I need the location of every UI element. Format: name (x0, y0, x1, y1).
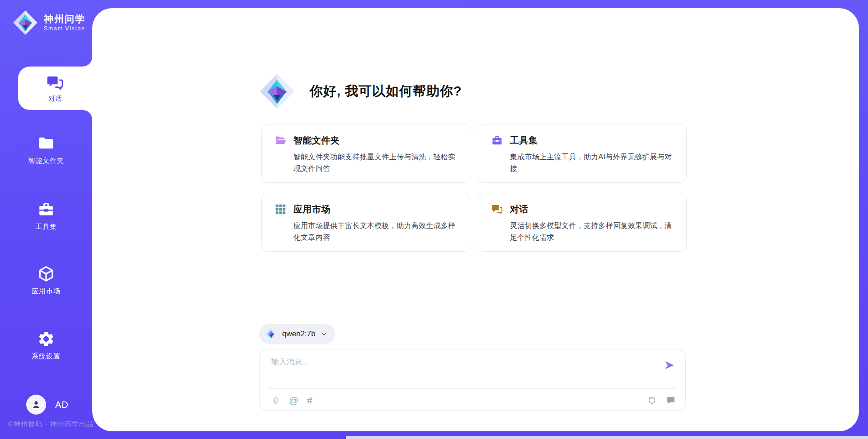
chevron-down-icon (321, 331, 327, 338)
card-description: 灵活切换多模型文件，支持多样回复效果调试，满足个性化需求 (510, 220, 674, 243)
model-name: qwen2:7b (282, 329, 316, 339)
history-icon (647, 396, 657, 405)
person-icon (30, 399, 42, 410)
chat-bubbles-icon (46, 74, 64, 92)
sidebar-item-label: 系统设置 (32, 352, 61, 361)
card-chat[interactable]: 对话 灵活切换多模型文件，支持多样回复效果调试，满足个性化需求 (478, 193, 687, 252)
folder-open-icon (274, 134, 287, 147)
new-chat-button[interactable] (665, 395, 675, 405)
sidebar-item-toolset[interactable]: 工具集 (0, 200, 92, 231)
tab-flare-top (83, 57, 92, 67)
folder-icon (37, 134, 55, 153)
topic-button[interactable]: # (307, 396, 312, 405)
send-icon (664, 359, 675, 371)
history-button[interactable] (647, 395, 657, 405)
composer-toolbar: @ # (270, 393, 675, 407)
sidebar-item-smart-folder[interactable]: 智能文件夹 (0, 134, 92, 165)
greeting-title: 你好, 我可以如何帮助你? (310, 82, 462, 100)
chat-bubbles-icon (491, 203, 503, 215)
waffle-grid-icon (274, 203, 287, 215)
paperclip-icon (271, 396, 280, 405)
model-selector[interactable]: qwen2:7b (259, 324, 335, 344)
sidebar-item-app-market[interactable]: 应用市场 (0, 265, 92, 296)
sidebar-item-label: 对话 (48, 95, 62, 103)
card-title: 对话 (510, 203, 528, 215)
sidebar-item-label: 工具集 (35, 223, 57, 231)
card-title: 工具集 (510, 134, 538, 147)
message-input-container: @ # (259, 349, 686, 411)
send-button[interactable] (664, 359, 675, 371)
sidebar-item-label: 智能文件夹 (28, 157, 64, 165)
toolbox-icon (491, 134, 503, 147)
card-smart-folder[interactable]: 智能文件夹 智能文件夹功能支持批量文件上传与清洗，轻松实现文件问答 (261, 124, 470, 183)
chat-square-icon (666, 396, 675, 405)
brand: 神州问学 Smart Vision (13, 10, 85, 35)
card-description: 集成市场上主流工具，助力AI与外界无缝扩展与对接 (510, 151, 674, 175)
card-description: 应用市场提供丰富长文本模板，助力高效生成多样化文章内容 (293, 220, 457, 243)
card-title: 应用市场 (293, 203, 330, 215)
brand-subtitle: Smart Vision (44, 25, 85, 32)
card-toolset[interactable]: 工具集 集成市场上主流工具，助力AI与外界无缝扩展与对接 (478, 124, 687, 183)
card-description: 智能文件夹功能支持批量文件上传与清洗，轻松实现文件问答 (293, 151, 457, 175)
tab-flare-bottom (83, 110, 92, 119)
avatar (26, 395, 46, 415)
composer-divider (268, 388, 677, 389)
sidebar-item-settings[interactable]: 系统设置 (0, 330, 92, 361)
gear-icon (37, 330, 55, 348)
user-account[interactable]: AD (26, 395, 69, 415)
toolbox-icon (37, 200, 55, 219)
brand-name: 神州问学 (44, 14, 85, 24)
sidebar-item-label: 应用市场 (32, 287, 61, 296)
brand-logo-gem-icon (13, 10, 38, 35)
card-app-market[interactable]: 应用市场 应用市场提供丰富长文本模板，助力高效生成多样化文章内容 (261, 193, 470, 252)
mention-button[interactable]: @ (289, 396, 298, 405)
sidebar-item-chat-active[interactable]: 对话 (18, 67, 92, 110)
message-input[interactable] (271, 357, 651, 383)
user-name: AD (55, 400, 69, 410)
model-logo-gem-icon (265, 328, 277, 340)
hero-logo-gem-icon (259, 72, 295, 110)
attach-file-button[interactable] (270, 395, 280, 405)
main-content: 你好, 我可以如何帮助你? 智能文件夹 智能文件夹功能支持批量文件上传与清洗，轻… (92, 8, 859, 431)
cube-icon (37, 265, 55, 283)
copyright-footer: ©神州数码 · 神州问学出品 (8, 420, 93, 429)
app-background: 神州问学 Smart Vision 对话 智能文件夹 工具集 应用市场 系统设置… (0, 0, 868, 439)
hero: 你好, 我可以如何帮助你? (259, 72, 462, 110)
card-title: 智能文件夹 (293, 134, 340, 147)
feature-cards: 智能文件夹 智能文件夹功能支持批量文件上传与清洗，轻松实现文件问答 工具集 集成… (261, 124, 687, 252)
bottom-edge-strip (346, 436, 868, 439)
